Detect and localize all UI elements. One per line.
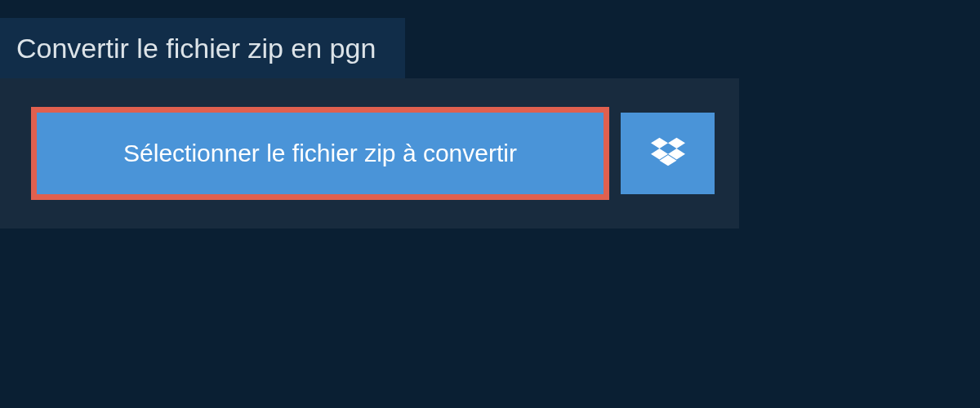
select-file-button[interactable]: Sélectionner le fichier zip à convertir	[31, 107, 609, 200]
page-container: Convertir le fichier zip en pgn Sélectio…	[0, 0, 980, 408]
select-file-label: Sélectionner le fichier zip à convertir	[123, 140, 517, 167]
dropbox-icon	[651, 137, 685, 170]
page-title: Convertir le fichier zip en pgn	[16, 33, 376, 64]
page-title-tab: Convertir le fichier zip en pgn	[0, 18, 405, 79]
upload-panel: Sélectionner le fichier zip à convertir	[0, 78, 739, 228]
dropbox-button[interactable]	[621, 113, 715, 194]
